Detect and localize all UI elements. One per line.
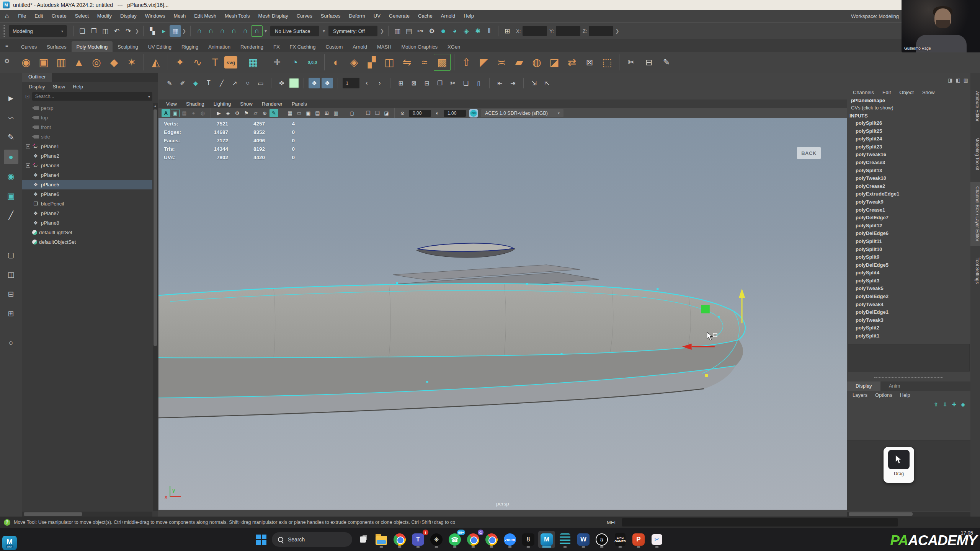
menu-item[interactable]: Curves [292,10,317,22]
layout-two-pane-icon[interactable]: ◫ [4,267,18,282]
shelf-tab[interactable]: Rendering [235,41,268,52]
zbrush-icon[interactable]: 8 [520,531,537,548]
separate-icon[interactable]: ▞ [363,54,380,71]
helix-icon[interactable]: ∿ [189,54,206,71]
create-empty-layer-icon[interactable]: ✚ [952,401,956,408]
select-object-icon[interactable]: ▸ [158,25,170,37]
whatsapp-icon[interactable]: ☎ 99+ [446,531,463,548]
outliner-item[interactable]: + pPlane8 [22,218,152,228]
sidebar-vertical-tab[interactable]: Tool Settings [970,253,980,289]
poly-plane-icon[interactable]: ◆ [106,54,122,71]
colorspace-dropdown[interactable]: ACES 1.0 SDR-video (sRGB) ▾ [481,109,564,117]
grid-toggle-icon[interactable]: ▦ [286,109,294,117]
outliner-tab[interactable]: Outliner [22,73,52,82]
shelf-tab[interactable]: Custom [321,41,348,52]
input-node-item[interactable]: polySplit2 [856,324,970,332]
bluepencil-next-frame-icon[interactable]: › [374,78,385,88]
viewport-3d-canvas[interactable]: x y Verts: 7521 4257 4 Edges: 14687 8352… [158,118,847,510]
mel-label[interactable]: MEL [607,520,617,525]
shelf-tabs-menu-icon[interactable]: ≡ [5,43,8,49]
bluepencil-brush-icon[interactable]: ✐ [177,78,188,88]
move-layer-up-icon[interactable]: ⇧ [934,401,938,408]
input-node-item[interactable]: polyDelEdge6 [856,230,970,238]
snapshot-icon[interactable]: ❏ [373,109,382,117]
chatgpt-icon[interactable]: ✳ [428,531,445,548]
snap-to-curve-icon[interactable]: ∩ [205,25,217,37]
shelf-tab[interactable]: UV Editing [143,41,176,52]
bluepencil-go-start-icon[interactable]: ⇤ [494,78,506,88]
extract-icon[interactable]: ◫ [381,54,398,71]
epic-games-icon[interactable]: EPIC GAMES [612,531,629,548]
panel-menu-item[interactable]: Shading [181,101,209,107]
channel-box-horizontal-scrollbar[interactable] [847,512,970,517]
live-surface-menu-icon[interactable]: ▾ [263,28,269,34]
live-surface-field[interactable]: No Live Surface [270,26,319,36]
axis-input[interactable] [523,26,547,36]
multi-cut-icon[interactable]: ✂ [623,54,640,71]
axis-input[interactable] [589,26,613,36]
bluepencil-circle-icon[interactable]: ○ [242,78,253,88]
extrude-icon[interactable]: ⇧ [458,54,475,71]
outliner-item[interactable]: + pPlane5 [22,180,152,189]
menu-item[interactable]: Deform [345,10,369,22]
symmetry-field[interactable]: Symmetry: Off [328,26,377,36]
reduce-icon[interactable]: ▩ [434,54,451,71]
menu-item[interactable]: Display [116,10,141,22]
bluepencil-layer-settings-icon[interactable]: ❖ [322,78,333,88]
scale-tool-icon[interactable]: ▣ [4,189,18,203]
shelf-tab[interactable]: Sculpting [113,41,143,52]
ipr-render-icon[interactable]: IPR [415,25,426,37]
sidebar-vertical-tab[interactable]: Channel Box / Layer Editor [970,182,980,246]
dock-tool-settings-icon[interactable]: ◧ [956,77,960,83]
layer-editor-menu-item[interactable]: Options [871,392,896,398]
scroll-up-icon[interactable]: ▲ [153,104,158,108]
move-layer-down-icon[interactable]: ⇩ [943,401,947,408]
shelf-tab[interactable]: Curves [16,41,42,52]
collapse-arrow-icon[interactable]: ❯ [134,28,140,34]
pause-viewport-icon[interactable]: ‖ [483,25,495,37]
film-gate-icon[interactable]: ▭ [295,109,304,117]
menu-item[interactable]: Windows [141,10,170,22]
sidebar-vertical-tab[interactable]: Attribute Editor [970,86,980,126]
outliner-item[interactable]: + pPlane6 [22,189,152,199]
input-node-item[interactable]: polyTweak3 [856,316,970,324]
type-tool-icon[interactable]: T [207,54,224,71]
crease-tool-icon[interactable]: ✎ [658,54,675,71]
menu-set-selector[interactable]: Modeling ▾ [9,25,67,37]
menu-item[interactable]: Cache [414,10,437,22]
input-node-item[interactable]: polyTweak9 [856,198,970,206]
outliner-item[interactable]: + pPlane4 [22,170,152,180]
lattice-icon[interactable]: ⊠ [581,54,598,71]
chrome-icon[interactable] [391,531,408,548]
collapse-arrow-icon[interactable]: ❯ [379,28,385,34]
input-node-item[interactable]: polyCrease1 [856,206,970,214]
scene-render-view-icon[interactable]: ❐ [364,109,372,117]
input-node-item[interactable]: polySplit11 [856,238,970,246]
dock-channelbox-icon[interactable]: ▥ [964,77,968,83]
bluepencil-eraser-icon[interactable]: ◆ [190,78,201,88]
poly-disc-icon[interactable]: ✶ [123,54,140,71]
panel-menu-item[interactable]: Panels [287,101,312,107]
resolution-gate-icon[interactable]: ▣ [304,109,313,117]
gate-mask-icon[interactable]: ▤ [313,109,322,117]
safe-action-icon[interactable]: ▥ [332,109,340,117]
flip-icon[interactable]: ⇄ [564,54,580,71]
outliner-item[interactable]: + front [22,122,152,132]
field-chart-icon[interactable]: ⊞ [322,109,331,117]
svg-tool-icon[interactable]: svg [224,56,237,68]
layer-editor-tab[interactable]: Display [847,381,880,391]
bluepencil-cut-icon[interactable]: ✂ [447,78,459,88]
file-explorer-icon[interactable] [373,531,390,548]
input-node-item[interactable]: polyDelEdge2 [856,293,970,301]
default-material-icon[interactable]: ● [189,109,198,117]
camera-icon[interactable]: ▶ [214,109,223,117]
task-view-button[interactable] [354,531,371,548]
outliner-vertical-scrollbar[interactable]: ▲ [153,103,158,511]
zero-transform-icon[interactable]: 0,0,0 [304,54,321,71]
camera-attributes-icon[interactable]: ⚙ [233,109,242,117]
shape-node-label[interactable]: pPlane5Shape [847,95,970,103]
outliner-item[interactable]: + persp [22,103,152,113]
outliner-item[interactable]: + defaultLightSet [22,228,152,237]
shelf-tab[interactable]: Surfaces [42,41,71,52]
outliner-menu-item[interactable]: Display [25,84,49,90]
